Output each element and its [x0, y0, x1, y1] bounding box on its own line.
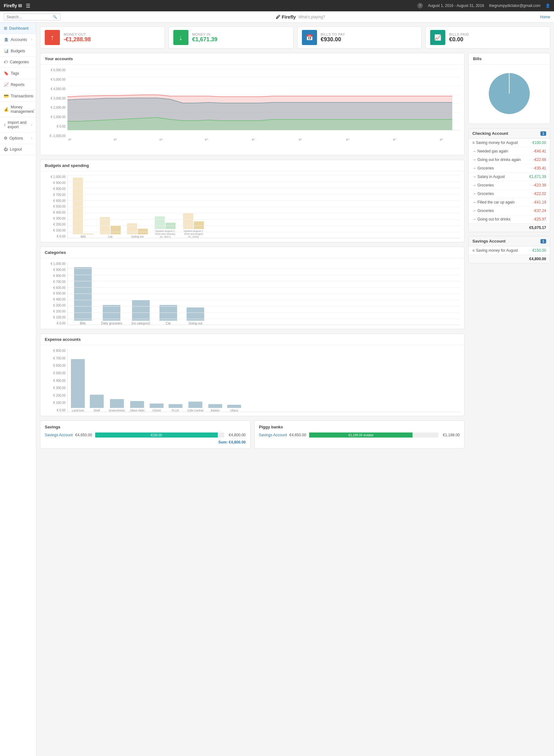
bills-to-pay-value: €930.00 — [321, 36, 345, 43]
second-navigation: 🔍 🖊 Firefly What's playing? Home — [0, 11, 554, 23]
search-input[interactable] — [7, 15, 51, 19]
sidebar-item-transactions[interactable]: 💳 Transactions › — [0, 91, 36, 102]
checking-account-panel: Checking Account 1 ≡ Saving money for Au… — [468, 128, 550, 232]
bills-paid-icon: 📈 — [430, 30, 445, 45]
bills-to-pay-card: 📅 BILLS TO PAY €930.00 — [297, 26, 422, 49]
transfer-icon: ≡ — [473, 140, 475, 145]
transaction-row[interactable]: → Groceries -€23.39 — [468, 181, 550, 190]
transaction-row[interactable]: → Filled the car up again -€41.19 — [468, 198, 550, 207]
sidebar-item-import-export[interactable]: ↕ Import and export › — [0, 117, 36, 133]
money-out-value: -€1,288.98 — [64, 36, 91, 43]
sidebar-item-label: Logout — [10, 147, 22, 152]
expense-accounts-header: Expense accounts — [40, 334, 464, 345]
bills-to-pay-icon: 📅 — [302, 30, 317, 45]
arrow-icon: → — [473, 175, 476, 179]
sidebar-item-label: Tags — [11, 71, 19, 76]
transaction-row[interactable]: ≡ Saving money for August €150.00 — [468, 246, 550, 254]
savings-sum: Sum: €4,800.00 — [45, 440, 246, 445]
piggy-item: Savings Account €4,650.00 €1,188.00 divi… — [259, 432, 460, 438]
checking-account-total: €5,075.17 — [468, 223, 550, 232]
categories-header: Categories — [40, 247, 464, 258]
money-out-label: MONEY OUT — [64, 33, 91, 36]
help-icon[interactable]: ? — [417, 3, 423, 8]
transaction-name: → Filled the car up again — [473, 200, 515, 205]
transaction-amount: -€25.97 — [533, 217, 546, 222]
sidebar-item-options[interactable]: ⚙ Options › — [0, 133, 36, 144]
home-link[interactable]: Home — [540, 15, 550, 19]
money-in-icon: ↓ — [173, 30, 188, 45]
transaction-row[interactable]: → Going out for drinks -€25.97 — [468, 215, 550, 223]
piggy-bar-fill: €1,188.00 divided — [309, 432, 412, 438]
savings-bar-fill: €150.00 — [95, 432, 218, 438]
transaction-row[interactable]: → Groceries -€37.24 — [468, 207, 550, 215]
sidebar-item-tags[interactable]: 🔖 Tags — [0, 68, 36, 79]
transaction-row[interactable]: → Going out for drinks again -€22.68 — [468, 156, 550, 164]
arrow-icon: → — [473, 209, 476, 213]
transaction-amount: €100.00 — [533, 140, 546, 145]
transaction-name: → Groceries — [473, 183, 494, 187]
sidebar-item-logout[interactable]: ⏻ Logout — [0, 144, 36, 155]
checking-total-value: €5,075.17 — [530, 226, 546, 230]
summary-cards: ↑ MONEY OUT -€1,288.98 ↓ MONEY IN €1,671… — [40, 26, 550, 49]
piggy-start-amount: €4,650.00 — [289, 433, 307, 437]
checking-account-header: Checking Account 1 — [468, 128, 550, 138]
money-in-label: MONEY IN — [192, 33, 217, 36]
sidebar-item-accounts[interactable]: 🏦 Accounts › — [0, 34, 36, 45]
savings-progress-bar: €150.00 — [95, 432, 224, 438]
transaction-row[interactable]: → Groceries -€35.41 — [468, 164, 550, 173]
savings-account-total: €4,800.00 — [468, 254, 550, 263]
transaction-name: → Going out for drinks — [473, 217, 510, 222]
search-box[interactable]: 🔍 — [4, 13, 60, 20]
sidebar-item-label: Options — [9, 136, 23, 140]
sidebar-item-money-management[interactable]: 💰 Money management › — [0, 102, 36, 117]
sidebar-item-label: Dashboard — [9, 26, 29, 31]
app-brand: Firefly III — [4, 3, 22, 8]
money-in-value: €1,671.39 — [192, 36, 217, 43]
transaction-amount: €1,671.39 — [530, 175, 546, 179]
budgets-icon: 📊 — [4, 49, 9, 53]
arrow-icon: → — [473, 183, 476, 187]
sidebar-item-categories[interactable]: 🏷 Categories — [0, 57, 36, 68]
savings-title: Savings — [45, 425, 246, 429]
accounts-chart-svg — [67, 68, 460, 138]
bills-header: Bills — [468, 53, 550, 65]
arrow-icon: → — [473, 158, 476, 162]
sidebar-item-reports[interactable]: 📈 Reports — [0, 79, 36, 91]
user-icon[interactable]: 👤 — [546, 3, 550, 8]
sidebar-item-dashboard[interactable]: ⊞ Dashboard — [0, 23, 36, 34]
savings-panel: Savings Savings Account €4,650.00 €150.0… — [40, 420, 251, 449]
main-content-area: ↑ MONEY OUT -€1,288.98 ↓ MONEY IN €1,671… — [36, 23, 554, 756]
transaction-row[interactable]: ≡ Saving money for August €100.00 — [468, 138, 550, 147]
sidebar-item-budgets[interactable]: 📊 Budgets — [0, 45, 36, 57]
your-accounts-header: Your accounts — [40, 53, 464, 65]
checking-account-title: Checking Account — [473, 131, 508, 136]
nav-brand-sub: What's playing? — [298, 15, 325, 19]
transactions-icon: 💳 — [4, 94, 9, 98]
sidebar-item-label: Reports — [11, 82, 24, 87]
main-layout: ⊞ Dashboard 🏦 Accounts › 📊 Budgets 🏷 Cat… — [0, 23, 554, 756]
transaction-row[interactable]: → Needed gas again -€46.41 — [468, 147, 550, 156]
savings-account-name: Savings Account — [45, 433, 73, 437]
checking-account-badge: 1 — [541, 131, 546, 136]
accounts-bills-row: Your accounts € 6,000.00 € 5,000.00 € 4,… — [40, 53, 550, 453]
search-icon[interactable]: 🔍 — [53, 15, 57, 19]
import-export-icon: ↕ — [4, 122, 6, 127]
savings-item: Savings Account €4,650.00 €150.00 €4,800… — [45, 432, 246, 438]
arrow-icon: → — [473, 200, 476, 205]
savings-total-value: €4,800.00 — [530, 257, 546, 261]
chevron-right-icon: › — [34, 108, 35, 111]
categories-icon: 🏷 — [4, 60, 8, 64]
your-accounts-panel: Your accounts € 6,000.00 € 5,000.00 € 4,… — [40, 53, 464, 155]
categories-panel: Categories € 1,000.00 € 900.00 € 800.00 … — [40, 247, 464, 329]
bills-paid-value: €0.00 — [449, 36, 469, 43]
savings-account-panel: Savings Account 1 ≡ Saving money for Aug… — [468, 236, 550, 263]
reports-icon: 📈 — [4, 82, 9, 87]
transaction-amount: -€35.41 — [533, 166, 546, 170]
savings-end-amount: €4,800.00 — [227, 433, 246, 437]
transaction-row[interactable]: → Salary in August €1,671.39 — [468, 173, 550, 181]
arrow-icon: → — [473, 166, 476, 170]
hamburger-menu[interactable]: ☰ — [26, 3, 30, 9]
transaction-amount: -€22.02 — [533, 191, 546, 196]
nav-brand-name: 🖊 Firefly — [276, 14, 296, 19]
transaction-row[interactable]: → Groceries -€22.02 — [468, 190, 550, 198]
